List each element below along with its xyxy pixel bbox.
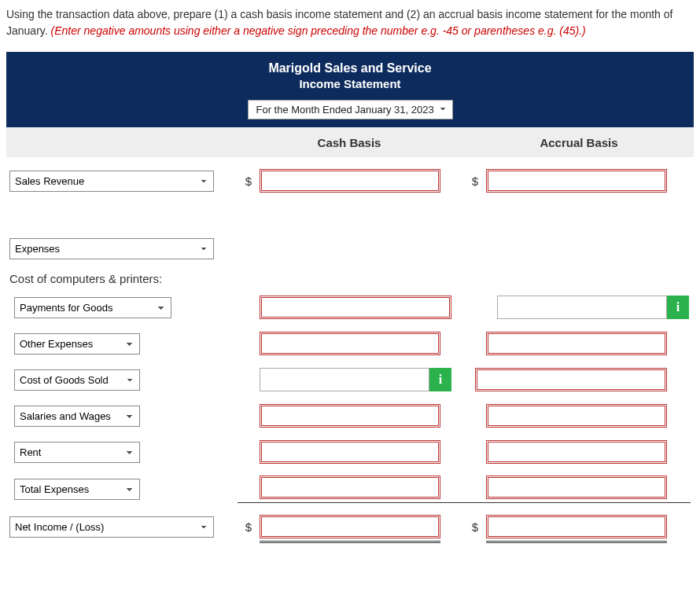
period-select[interactable]: For the Month Ended January 31, 2023 bbox=[248, 100, 453, 119]
rent-cash[interactable] bbox=[260, 440, 440, 464]
total-expenses-accrual[interactable] bbox=[486, 476, 667, 499]
dollar-sign: $ bbox=[238, 520, 260, 534]
rent-accrual[interactable] bbox=[486, 440, 667, 464]
salaries-select[interactable]: Salaries and Wages bbox=[14, 406, 140, 427]
other-expenses-cash[interactable] bbox=[260, 332, 440, 355]
col-cash: Cash Basis bbox=[234, 128, 464, 157]
salaries-accrual[interactable] bbox=[486, 404, 667, 428]
other-expenses-accrual[interactable] bbox=[486, 332, 667, 355]
statement-header: Marigold Sales and Service Income Statem… bbox=[6, 52, 694, 100]
net-income-select[interactable]: Net Income / (Loss) bbox=[9, 516, 214, 538]
total-expenses-cash[interactable] bbox=[260, 476, 440, 499]
instructions: Using the transaction data above, prepar… bbox=[6, 6, 694, 39]
cost-section-label: Cost of computers & printers: bbox=[9, 272, 691, 285]
net-income-cash[interactable] bbox=[260, 515, 440, 538]
period-row: For the Month Ended January 31, 2023 bbox=[6, 100, 694, 127]
statement-title: Income Statement bbox=[6, 77, 694, 90]
payments-goods-accrual[interactable] bbox=[497, 296, 667, 319]
payments-goods-select[interactable]: Payments for Goods bbox=[14, 297, 171, 318]
column-headers: Cash Basis Accrual Basis bbox=[6, 127, 694, 157]
sales-revenue-cash[interactable] bbox=[260, 169, 440, 193]
info-icon[interactable]: i bbox=[667, 296, 689, 319]
dollar-sign: $ bbox=[464, 520, 486, 534]
salaries-cash[interactable] bbox=[260, 404, 440, 428]
cogs-select[interactable]: Cost of Goods Sold bbox=[14, 369, 140, 391]
cogs-cash[interactable] bbox=[260, 368, 429, 391]
sales-revenue-accrual[interactable] bbox=[486, 169, 667, 193]
total-expenses-select[interactable]: Total Expenses bbox=[14, 479, 140, 500]
cogs-accrual[interactable] bbox=[475, 368, 667, 391]
dollar-sign: $ bbox=[464, 174, 486, 188]
dollar-sign: $ bbox=[238, 174, 260, 188]
info-icon[interactable]: i bbox=[429, 368, 451, 391]
net-income-accrual[interactable] bbox=[486, 515, 667, 538]
company-name: Marigold Sales and Service bbox=[6, 61, 694, 75]
payments-goods-cash[interactable] bbox=[260, 296, 451, 319]
expenses-select[interactable]: Expenses bbox=[9, 238, 214, 259]
other-expenses-select[interactable]: Other Expenses bbox=[14, 333, 140, 354]
sales-revenue-select[interactable]: Sales Revenue bbox=[9, 171, 214, 192]
rent-select[interactable]: Rent bbox=[14, 442, 140, 463]
col-accrual: Accrual Basis bbox=[464, 128, 694, 157]
instructions-note: (Enter negative amounts using either a n… bbox=[51, 24, 586, 37]
